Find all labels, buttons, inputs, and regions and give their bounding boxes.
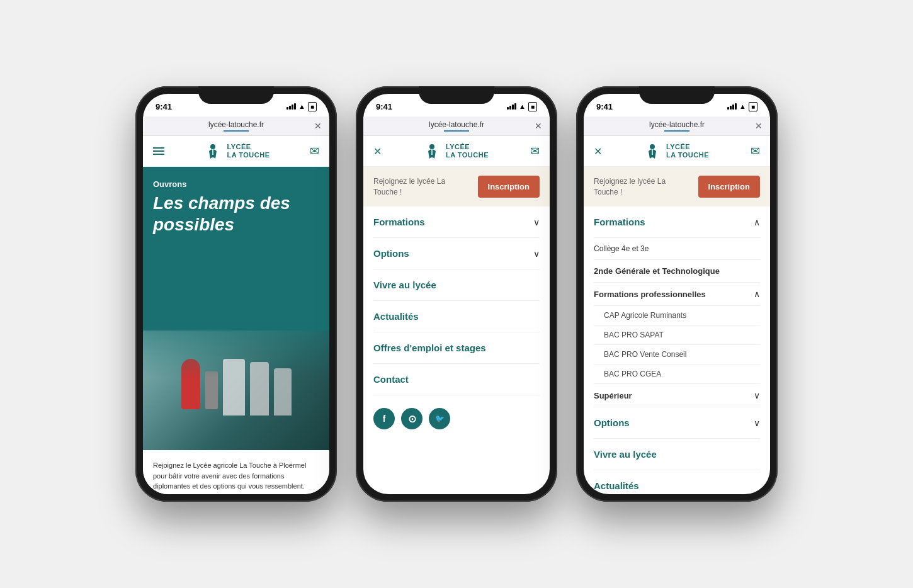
- browser-close-1[interactable]: ✕: [309, 121, 322, 131]
- signal-icon-3: [727, 103, 737, 110]
- logo-icon-2: [423, 142, 441, 160]
- menu-item-vivre[interactable]: Vivre au lycée: [373, 269, 540, 301]
- notch-3: [639, 86, 715, 104]
- battery-icon-2: ■: [528, 102, 537, 111]
- join-text-2: Rejoignez le lycée La Touche !: [373, 176, 472, 198]
- menu-item-options[interactable]: Options ∨: [373, 238, 540, 269]
- browser-url-2: lycée-latouche.fr: [383, 120, 530, 132]
- menu-items-2: Formations ∨ Options ∨ Vivre au lycée Ac…: [363, 206, 550, 395]
- phone-2: 9:41 ▲ ■ lycée-latouche.fr ✕: [356, 86, 557, 502]
- logo-text-2: LYCÉE LA TOUCHE: [446, 143, 489, 159]
- menu-item-vivre-3[interactable]: Vivre au lycée: [594, 439, 760, 470]
- hero-tag: Ouvrons: [153, 179, 319, 189]
- logo-icon-1: [204, 142, 222, 160]
- social-icons: f ⊙ 🐦: [363, 395, 550, 442]
- status-icons-3: ▲ ■: [727, 102, 757, 111]
- time-3: 9:41: [596, 102, 613, 111]
- menu-item-offres[interactable]: Offres d'emploi et stages: [373, 332, 540, 364]
- status-icons-2: ▲ ■: [507, 102, 537, 111]
- submenu-bac-sapat[interactable]: BAC PRO SAPAT: [594, 325, 760, 345]
- instagram-icon[interactable]: ⊙: [401, 408, 422, 429]
- menu-item-formations[interactable]: Formations ∨: [373, 206, 540, 238]
- submenu-pro-label: Formations professionnelles: [594, 290, 706, 299]
- browser-close-3[interactable]: ✕: [750, 121, 763, 131]
- status-icons-1: ▲ ■: [286, 102, 317, 111]
- logo-text-1: LYCÉE LA TOUCHE: [227, 143, 269, 159]
- phone1-content: Ouvrons Les champs des possibles: [143, 167, 329, 494]
- menu-item-actualites-3[interactable]: Actualités: [594, 470, 760, 494]
- browser-bar-3: lycée-latouche.fr ✕: [584, 116, 770, 136]
- signal-icon-2: [507, 103, 516, 110]
- close-menu-button[interactable]: ✕: [373, 145, 382, 157]
- submenu-superieur-label: Supérieur: [594, 391, 632, 400]
- app-header-3: ✕ LYCÉE LA TOUCHE ✉: [584, 136, 770, 167]
- battery-icon: ■: [308, 102, 317, 111]
- submenu-college[interactable]: Collège 4e et 3e: [594, 238, 760, 260]
- notch-2: [419, 86, 494, 104]
- battery-icon-3: ■: [749, 102, 757, 111]
- wifi-icon: ▲: [298, 103, 305, 110]
- menu-item-options-3[interactable]: Options ∨: [594, 407, 760, 439]
- submenu-cap[interactable]: CAP Agricole Ruminants: [594, 306, 760, 325]
- mail-icon-1[interactable]: ✉: [310, 144, 319, 158]
- submenu-pro-header[interactable]: Formations professionnelles ∧: [594, 283, 760, 306]
- home-body-text: Rejoignez le Lycée agricole La Touche à …: [153, 460, 319, 492]
- logo-text-3: LYCÉE LA TOUCHE: [666, 143, 709, 159]
- menu-label-options: Options: [373, 248, 409, 259]
- chevron-options: ∨: [533, 249, 540, 259]
- chevron-pro-up: ∧: [754, 289, 760, 299]
- twitter-icon[interactable]: 🐦: [429, 408, 450, 429]
- actualites-label-3: Actualités: [594, 480, 639, 491]
- chevron-formations: ∨: [533, 217, 540, 227]
- submenu-section: Formations ∧ Collège 4e et 3e 2nde Génér…: [584, 206, 770, 494]
- chevron-formations-up: ∧: [754, 217, 760, 227]
- submenu-bac-cgea[interactable]: BAC PRO CGEA: [594, 365, 760, 384]
- svg-point-4: [650, 144, 655, 149]
- join-banner-3: Rejoignez le lycée La Touche ! Inscripti…: [584, 167, 770, 206]
- phone2-content: Rejoignez le lycée La Touche ! Inscripti…: [363, 167, 550, 494]
- menu-item-contact[interactable]: Contact: [373, 364, 540, 395]
- submenu-superieur-header[interactable]: Supérieur ∨: [594, 384, 760, 407]
- hero-section: Ouvrons Les champs des possibles: [143, 167, 329, 331]
- mail-icon-3[interactable]: ✉: [751, 144, 760, 158]
- menu-item-formations-3[interactable]: Formations ∧: [594, 206, 760, 238]
- header-logo-1: LYCÉE LA TOUCHE: [204, 142, 269, 160]
- browser-close-2[interactable]: ✕: [530, 121, 542, 131]
- app-header-2: ✕ LYCÉE LA TOUCHE ✉: [363, 136, 550, 167]
- hero-title: Les champs des possibles: [153, 193, 319, 235]
- browser-url-3: lycée-latouche.fr: [604, 120, 750, 132]
- wifi-icon-3: ▲: [739, 103, 746, 110]
- menu-label-formations: Formations: [373, 217, 425, 227]
- inscription-button-2[interactable]: Inscription: [478, 176, 540, 198]
- logo-icon-3: [644, 142, 661, 160]
- facebook-icon[interactable]: f: [373, 408, 395, 429]
- vivre-label-3: Vivre au lycée: [594, 449, 657, 460]
- formations-label-3: Formations: [594, 217, 645, 227]
- svg-point-2: [429, 144, 434, 149]
- app-header-1: LYCÉE LA TOUCHE ✉: [143, 136, 329, 167]
- notch-1: [198, 86, 274, 104]
- signal-icon: [286, 103, 296, 110]
- browser-bar-1: lycée-latouche.fr ✕: [143, 116, 329, 136]
- wifi-icon-2: ▲: [519, 103, 526, 110]
- join-text-3: Rejoignez le lycée La Touche !: [594, 176, 692, 198]
- menu-label-vivre: Vivre au lycée: [373, 280, 436, 290]
- phone-1: 9:41 ▲ ■ lycée-latouche.fr ✕: [135, 86, 337, 502]
- header-logo-3: LYCÉE LA TOUCHE: [644, 142, 709, 160]
- mail-icon-2[interactable]: ✉: [530, 144, 540, 158]
- inscription-button-3[interactable]: Inscription: [698, 176, 760, 198]
- menu-label-contact: Contact: [373, 374, 409, 385]
- svg-point-0: [210, 144, 215, 149]
- close-menu-button-3[interactable]: ✕: [594, 145, 602, 157]
- options-label-3: Options: [594, 417, 630, 428]
- browser-bar-2: lycée-latouche.fr ✕: [363, 116, 550, 136]
- menu-item-actualites[interactable]: Actualités: [373, 301, 540, 332]
- phone3-content: Rejoignez le lycée La Touche ! Inscripti…: [584, 167, 770, 494]
- lab-image: [143, 331, 329, 450]
- submenu-bac-vente[interactable]: BAC PRO Vente Conseil: [594, 345, 760, 365]
- home-body: Rejoignez le Lycée agricole La Touche à …: [143, 450, 329, 494]
- submenu-seconde[interactable]: 2nde Générale et Technologique: [594, 260, 760, 283]
- hamburger-menu[interactable]: [153, 147, 164, 155]
- menu-label-actualites: Actualités: [373, 311, 419, 322]
- join-banner-2: Rejoignez le lycée La Touche ! Inscripti…: [363, 167, 550, 206]
